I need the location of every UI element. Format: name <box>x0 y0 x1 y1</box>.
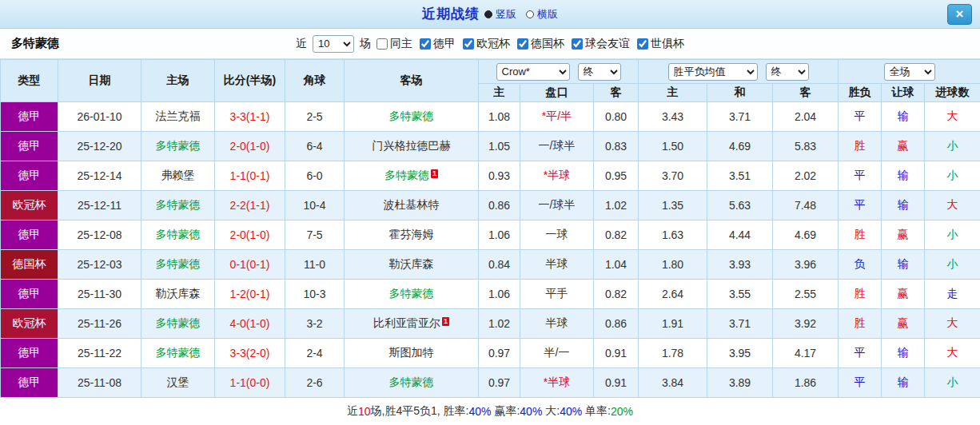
bookmaker-select[interactable]: Crow* <box>496 63 570 81</box>
sub-header-goals: 进球数 <box>925 84 980 102</box>
date-cell: 25-12-11 <box>58 191 141 220</box>
odds-away-cell: 1.04 <box>594 250 639 280</box>
handicap-result-cell: 输 <box>882 368 925 398</box>
handicap-cell: 半球 <box>520 309 594 339</box>
date-cell: 25-12-14 <box>58 161 141 191</box>
sub-header-let: 让球 <box>882 84 925 102</box>
corner-cell: 3-2 <box>285 309 345 339</box>
matches-label: 场 <box>360 37 371 51</box>
away-team-cell: 勒沃库森 <box>345 250 479 280</box>
away-team-cell: 多特蒙德1 <box>345 161 479 191</box>
corner-cell: 6-0 <box>285 161 345 191</box>
title-bar: 近期战绩 竖版横版 × <box>0 0 980 29</box>
league-cell: 德甲 <box>1 220 58 250</box>
avg-draw-cell: 3.93 <box>707 250 773 280</box>
date-cell: 25-11-26 <box>58 309 141 339</box>
avg-home-cell: 1.50 <box>639 132 707 161</box>
checkbox-input[interactable] <box>376 38 388 50</box>
checkbox-label: 德甲 <box>433 37 456 51</box>
score-cell: 1-1(0-1) <box>215 161 285 191</box>
team-name: 霍芬海姆 <box>389 228 434 240</box>
corner-cell: 2-5 <box>285 102 345 132</box>
filter-checkbox-世俱杯[interactable]: 世俱杯 <box>637 37 684 51</box>
avg-home-cell: 3.84 <box>639 368 707 398</box>
score-cell: 0-1(0-1) <box>215 250 285 280</box>
avg-away-cell: 2.55 <box>773 280 839 309</box>
avg-draw-cell: 3.89 <box>707 368 773 398</box>
bookmaker-period-select[interactable]: 终 <box>578 63 621 81</box>
sub-header-odds-home: 主 <box>479 84 520 102</box>
scope-select[interactable]: 全场 <box>884 63 935 81</box>
summary-line: 近10场,胜4平5负1, 胜率:40% 赢率:40% 大:40% 单率:20% <box>0 398 980 424</box>
handicap-cell: *半球 <box>520 161 594 191</box>
filter-checkbox-德甲[interactable]: 德甲 <box>420 37 456 51</box>
filter-checkbox-欧冠杯[interactable]: 欧冠杯 <box>463 37 510 51</box>
avg-draw-cell: 5.63 <box>707 191 773 220</box>
home-team-cell: 勒沃库森 <box>141 280 215 309</box>
summary-segment: 赢率: <box>492 404 520 419</box>
layout-option-竖版[interactable]: 竖版 <box>484 7 516 22</box>
corner-cell: 11-0 <box>285 250 345 280</box>
team-title: 多特蒙德 <box>11 36 59 51</box>
league-cell: 德甲 <box>1 161 58 191</box>
team-name: 汉堡 <box>167 375 189 388</box>
sub-header-avg-home: 主 <box>639 84 707 102</box>
outcome-cell: 平 <box>839 161 882 191</box>
handicap-cell: *平/半 <box>520 102 594 132</box>
avg-draw-cell: 4.69 <box>707 132 773 161</box>
close-button[interactable]: × <box>947 4 972 25</box>
avg-away-cell: 7.48 <box>773 191 839 220</box>
average-period-select[interactable]: 终 <box>766 63 809 81</box>
odds-away-cell: 0.86 <box>594 309 639 339</box>
layout-option-横版[interactable]: 横版 <box>526 7 558 22</box>
handicap-result-cell: 输 <box>882 250 925 280</box>
match-row: 德甲25-11-22多特蒙德3-3(2-0)2-4斯图加特0.97半/一0.91… <box>1 339 980 368</box>
checkbox-input[interactable] <box>637 38 648 50</box>
goals-cell: 小 <box>925 250 980 280</box>
away-team-cell: 波杜基林特 <box>345 191 479 220</box>
corner-cell: 10-3 <box>285 280 345 309</box>
match-row: 德甲25-11-08汉堡1-1(0-0)2-6多特蒙德0.97*半球0.913.… <box>1 368 980 398</box>
odds-home-cell: 1.08 <box>479 102 520 132</box>
team-name: 多特蒙德 <box>156 346 201 359</box>
layout-radio-group: 竖版横版 <box>484 7 558 22</box>
checkbox-input[interactable] <box>517 38 528 50</box>
filter-checkbox-球会友谊[interactable]: 球会友谊 <box>572 37 630 51</box>
home-team-cell: 多特蒙德 <box>141 339 215 368</box>
corner-cell: 2-6 <box>285 368 345 398</box>
filter-checkbox-德国杯[interactable]: 德国杯 <box>517 37 564 51</box>
checkbox-label: 世俱杯 <box>651 37 684 51</box>
sub-header-avg-draw: 和 <box>707 84 773 102</box>
league-cell: 德甲 <box>1 102 58 132</box>
match-count-select[interactable]: 10 <box>313 35 354 53</box>
corner-cell: 2-4 <box>285 339 345 368</box>
summary-segment: 40% <box>520 405 542 418</box>
radio-icon[interactable] <box>484 10 492 18</box>
summary-segment: 40% <box>560 405 582 418</box>
home-team-cell: 多特蒙德 <box>141 132 215 161</box>
goals-cell: 大 <box>925 309 980 339</box>
handicap-result-cell: 赢 <box>882 132 925 161</box>
checkbox-input[interactable] <box>572 38 583 50</box>
filter-checkbox-同主[interactable]: 同主 <box>376 37 412 51</box>
checkbox-input[interactable] <box>463 38 474 50</box>
odds-dropdown-cell: Crow* 终 <box>479 60 639 84</box>
average-select[interactable]: 胜平负均值 <box>668 63 758 81</box>
radio-icon[interactable] <box>526 10 534 18</box>
summary-segment: 大: <box>542 404 560 419</box>
sub-header-outcome: 胜负 <box>839 84 882 102</box>
sub-header-handicap: 盘口 <box>520 84 594 102</box>
handicap-result-cell: 输 <box>882 161 925 191</box>
col-header-corner: 角球 <box>285 60 345 102</box>
goals-cell: 小 <box>925 368 980 398</box>
checkbox-label: 欧冠杯 <box>476 37 510 51</box>
avg-away-cell: 3.96 <box>773 250 839 280</box>
odds-away-cell: 0.82 <box>594 280 639 309</box>
match-row: 德甲25-12-08多特蒙德2-0(1-0)7-5霍芬海姆1.06一球0.821… <box>1 220 980 250</box>
summary-segment: 20% <box>611 405 633 418</box>
summary-segment: 近 <box>347 404 358 419</box>
checkbox-input[interactable] <box>420 38 431 50</box>
team-name: 比利亚雷亚尔 <box>373 316 440 329</box>
checkbox-label: 德国杯 <box>531 37 564 51</box>
match-row: 德甲25-12-20多特蒙德2-0(1-0)6-4门兴格拉德巴赫1.05一/球半… <box>1 132 980 161</box>
